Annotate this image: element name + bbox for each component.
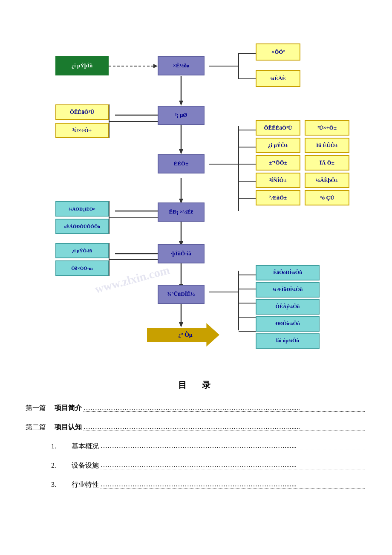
yellow-r10: °ó ÇÚ: [305, 190, 349, 205]
toc-label-3: 基本概况: [72, 442, 99, 452]
toc-dots-3: ……………………………………………………………………….......: [101, 442, 365, 450]
toc-dots-2: ……………………………………………………………………………….......: [84, 423, 365, 431]
toc-section-1: 第一篇: [26, 404, 53, 413]
svg-marker-7: [179, 149, 183, 154]
yellow-r1: ÔÊÊÈäÖ³Ü: [256, 120, 300, 136]
svg-marker-3: [179, 101, 183, 106]
teal-right-3: ÔÊÂý¼Ôù: [256, 299, 320, 315]
toc-entry-1: 第一篇 项目简介 ……………………………………………………………………………….…: [26, 404, 366, 413]
teal-right-5: lài úμ¼Ôù: [256, 333, 320, 349]
yellow-r4: Ïú ÊÛÔ±: [305, 138, 349, 153]
yellow-left-1: ÔÊÈäÖ³Ü: [55, 104, 109, 120]
toc-label-1: 项目简介: [55, 404, 82, 413]
svg-marker-1: [153, 64, 158, 68]
toc-sub-number-2: 2.: [51, 461, 70, 471]
green-main-box: ¿i μÝþÎñ: [55, 56, 109, 75]
toc-entry-2: 第二篇 项目认知 ……………………………………………………………………………….…: [26, 423, 366, 433]
toc-entry-5: 3. 行业特性 ……………………………………………………………………….....…: [26, 480, 366, 490]
yellow-r9: ²ÆñÔ±: [256, 190, 300, 205]
toc-dots-4: ……………………………………………………………………….......: [101, 461, 365, 469]
yellow-r8: ¼ÂÈþÔ±: [305, 173, 349, 188]
teal-left-1: ¾ÄÓÐ¿iÉÖ¤: [55, 201, 109, 217]
purple-box-5: ·þÎñÕ-îâ: [158, 244, 205, 263]
toc-label-2: 项目认知: [55, 423, 82, 433]
toc-sub-number-3: 3.: [51, 480, 70, 490]
purple-box-4: ÊÐ¡ ×½Èë: [158, 202, 205, 222]
teal-left-3: ¿i μÝÒ-îñ: [55, 243, 109, 258]
toc-label-4: 设备设施: [72, 461, 99, 471]
teal-left-4: Ôð×ÒÒ-îñ: [55, 260, 109, 276]
toc-title: 目 录: [26, 379, 366, 391]
toc-label-5: 行业特性: [72, 480, 99, 490]
toc-section-2: 第二篇: [26, 423, 53, 433]
yellow-top-2: ¼ÈÄÈ: [256, 70, 300, 87]
purple-box-6: ¾°ÛùÐÎÊ½: [158, 285, 205, 304]
teal-right-4: ÐÐÔò¼Ôù: [256, 316, 320, 332]
yellow-top-1: ×ÔÓª: [256, 43, 300, 61]
toc-section: 目 录 第一篇 项目简介 …………………………………………………………………………: [26, 379, 366, 490]
yellow-r6: ÎÄ Ô±: [305, 155, 349, 171]
arrow-conclusion: ¿ª Òμ: [147, 323, 219, 347]
yellow-r5: ±¨¹ÕÔ±: [256, 155, 300, 171]
toc-dots-1: ……………………………………………………………………………….......: [84, 404, 365, 412]
yellow-r2: ²Ù×÷Ô±: [305, 120, 349, 136]
yellow-r7: ²ÍÑÎÔ±: [256, 173, 300, 188]
teal-left-2: ¤ÈÁÓÐÒÙÔÓÔò: [55, 219, 109, 234]
toc-dots-5: ……………………………………………………………………….......: [101, 480, 365, 489]
teal-right-1: ÊäÔöÐÎ¼Ôù: [256, 265, 320, 280]
toc-entry-3: 1. 基本概况 ……………………………………………………………………….....…: [26, 442, 366, 452]
svg-marker-19: [179, 322, 183, 327]
purple-box-1: ×Ê½ðø: [158, 56, 205, 75]
flowchart: ¿i μÝþÎñ ×Ê½ðø ×ÔÓª ¼ÈÄÈ ÔÊÈäÖ³Ü ²Ù×÷Ô± …: [30, 17, 362, 367]
toc-entry-4: 2. 设备设施 ……………………………………………………………………….....…: [26, 461, 366, 471]
yellow-left-2: ²Ù×÷Ô±: [55, 123, 109, 138]
toc-sub-number-1: 1.: [51, 442, 70, 452]
yellow-r3: ¿i μÝÔ±: [256, 138, 300, 153]
purple-box-3: ÈÈÔ±: [158, 154, 205, 173]
teal-right-2: ¼ÆÏñÐÎ¼Ôù: [256, 282, 320, 298]
purple-box-2: ³¡ μØ: [158, 106, 205, 125]
